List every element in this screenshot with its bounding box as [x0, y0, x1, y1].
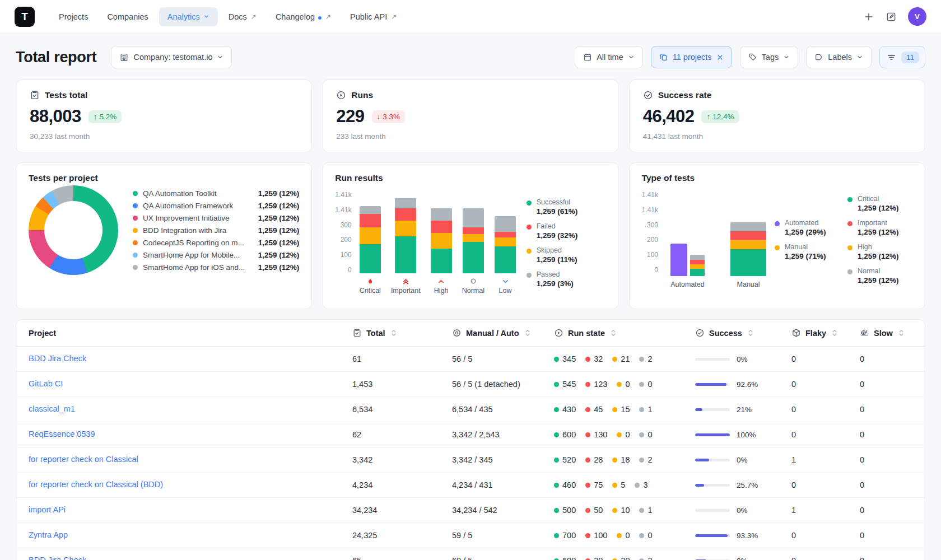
- column-slow[interactable]: Slow: [860, 328, 925, 338]
- success-cell: 0%: [695, 355, 791, 363]
- filters-button[interactable]: 11: [879, 46, 925, 68]
- labels-filter-button[interactable]: Labels: [806, 46, 872, 68]
- project-link[interactable]: import APi: [16, 505, 66, 514]
- time-filter-button[interactable]: All time: [575, 46, 643, 68]
- project-cell: import APi: [16, 505, 352, 516]
- stacked-bar: [730, 222, 766, 276]
- nav-docs[interactable]: Docs ↗: [220, 7, 265, 26]
- slow-cell: 0: [860, 405, 925, 414]
- column-success[interactable]: Success: [695, 328, 791, 338]
- bar-segment: [431, 221, 452, 233]
- close-icon[interactable]: [716, 54, 724, 61]
- column-total[interactable]: Total: [352, 328, 452, 338]
- success-percent: 93.3%: [737, 531, 758, 540]
- success-percent: 0%: [737, 355, 748, 363]
- bar-segment: [730, 240, 766, 249]
- runs-icon: [336, 90, 346, 100]
- nav-projects[interactable]: Projects: [50, 7, 96, 26]
- run-state-pair: 600: [554, 556, 576, 560]
- status-dot: [554, 458, 559, 463]
- axis-tick: 300: [647, 221, 658, 229]
- project-link[interactable]: for reporter check on Classical (BDD): [16, 480, 163, 489]
- project-link[interactable]: classical_m1: [16, 404, 75, 413]
- legend-value: 1,259 (29%): [785, 228, 826, 236]
- type-of-tests-legend-secondary: Critical1,259 (12%)Important1,259 (12%)H…: [847, 191, 912, 288]
- progress-fill: [695, 534, 728, 537]
- nav-changelog[interactable]: Changelog ↗: [267, 7, 339, 26]
- progress-fill: [695, 408, 702, 411]
- feedback-icon[interactable]: [886, 11, 897, 22]
- progress-track: [695, 383, 730, 386]
- legend-dot: [847, 197, 853, 202]
- projects-filter-button[interactable]: 11 projects: [651, 46, 732, 68]
- project-link[interactable]: Zyntra App: [16, 530, 68, 539]
- status-dot: [639, 508, 644, 513]
- project-link[interactable]: ReqEssence 0539: [16, 430, 95, 438]
- axis-tick: 1.41k: [335, 191, 351, 199]
- total-cell: 24,325: [352, 531, 452, 540]
- stat-card-success-rate: Success rate 46,402 ↑12.4% 41,431 last m…: [629, 80, 925, 152]
- column-run-state[interactable]: Run state: [554, 328, 695, 338]
- bar-segment: [360, 214, 381, 227]
- legend-item: Critical1,259 (12%): [847, 195, 912, 212]
- status-dot: [554, 432, 559, 437]
- run-state-pair: 520: [554, 455, 576, 464]
- nav-public-api[interactable]: Public API ↗: [342, 7, 405, 26]
- axis-tick: 1.41k: [642, 191, 658, 199]
- project-link[interactable]: GitLab CI: [16, 379, 63, 388]
- run-state-cell: 52028182: [554, 455, 695, 464]
- status-count: 0: [625, 430, 630, 439]
- app-logo[interactable]: T: [15, 7, 35, 27]
- flaky-icon: [791, 328, 801, 338]
- status-count: 430: [562, 405, 576, 414]
- run-results-bars: CriticalImportantHighNormalLow: [358, 191, 516, 295]
- status-dot: [639, 558, 644, 560]
- nav-analytics[interactable]: Analytics: [159, 7, 218, 26]
- status-count: 20: [621, 556, 630, 560]
- legend-value: 1,259 (32%): [537, 231, 578, 240]
- legend-dot: [527, 273, 532, 278]
- table-row: Zyntra App24,32559 / 57001000093.3%00: [16, 523, 925, 548]
- stat-value: 229: [336, 106, 364, 127]
- run-state-pair: 345: [554, 354, 576, 363]
- legend-label: Critical: [858, 195, 899, 203]
- bar-segment: [395, 236, 416, 273]
- stat-subtext: 30,233 last month: [30, 132, 298, 141]
- trend-badge: ↓3.3%: [372, 110, 406, 123]
- status-count: 45: [594, 405, 603, 414]
- tags-filter-button[interactable]: Tags: [740, 46, 799, 68]
- status-dot: [612, 407, 617, 412]
- column-flaky[interactable]: Flaky: [791, 328, 860, 338]
- external-link-icon: ↗: [251, 13, 257, 21]
- company-selector[interactable]: Company: testomat.io: [111, 46, 232, 68]
- stat-subtext: 41,431 last month: [643, 132, 911, 141]
- legend-dot: [775, 221, 780, 226]
- run-state-pair: 130: [585, 430, 607, 439]
- manual-auto-cell: 4,234 / 431: [452, 480, 554, 489]
- project-link[interactable]: BDD Jira Check: [16, 354, 86, 363]
- run-state-pair: 545: [554, 380, 576, 389]
- plus-icon[interactable]: [863, 11, 874, 22]
- status-count: 50: [594, 506, 603, 515]
- table-header: Project Total Manual / Auto Run state Su…: [16, 320, 925, 347]
- chevron-down-icon: [783, 54, 790, 60]
- project-link[interactable]: for reporter check on Classical: [16, 455, 138, 464]
- legend-value: 1,259 (12%): [258, 251, 300, 259]
- type-of-tests-bars: AutomatedManual: [665, 191, 766, 288]
- bar-segment: [690, 264, 705, 269]
- bar-segment: [690, 255, 705, 260]
- success-percent: 100%: [737, 431, 756, 439]
- status-dot: [612, 458, 617, 463]
- column-manual-auto[interactable]: Manual / Auto: [452, 328, 554, 338]
- nav-changelog-label: Changelog: [276, 12, 315, 21]
- project-cell: Zyntra App: [16, 530, 352, 541]
- avatar-initial: V: [915, 12, 920, 21]
- legend-item: Successful1,259 (61%): [527, 198, 606, 216]
- project-link[interactable]: BDD Jira Check: [16, 556, 86, 560]
- success-percent: 21%: [737, 405, 752, 414]
- stacked-bar: [360, 206, 381, 273]
- table-row: GitLab CI1,45356 / 5 (1 detached)5451230…: [16, 372, 925, 397]
- run-state-pair: 50: [585, 506, 603, 515]
- nav-companies[interactable]: Companies: [99, 7, 156, 26]
- avatar[interactable]: V: [908, 7, 926, 26]
